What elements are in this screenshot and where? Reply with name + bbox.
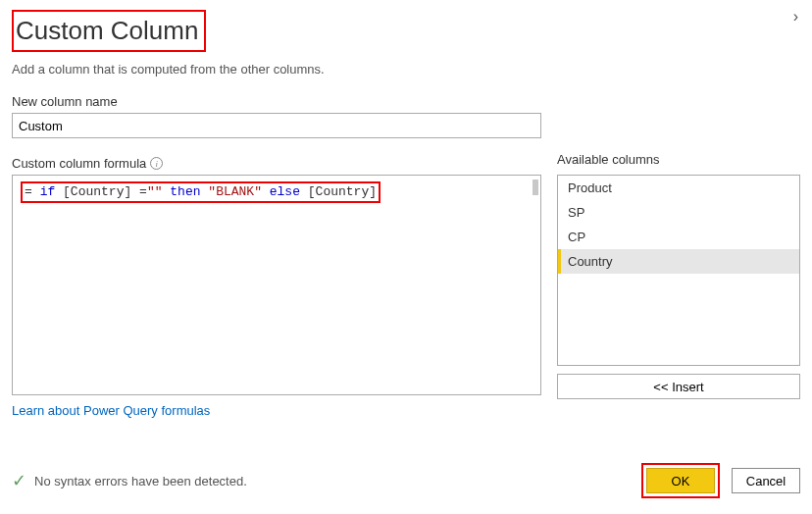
column-item-country[interactable]: Country <box>558 249 799 274</box>
new-column-name-input[interactable] <box>12 113 541 138</box>
status-row: ✓ No syntax errors have been detected. <box>12 472 247 489</box>
info-icon[interactable]: i <box>150 157 163 170</box>
status-message: No syntax errors have been detected. <box>34 474 247 488</box>
column-item-sp[interactable]: SP <box>558 200 799 225</box>
insert-button[interactable]: << Insert <box>557 374 800 399</box>
scrollbar-thumb[interactable] <box>533 180 538 195</box>
dialog-title: Custom Column <box>12 10 206 52</box>
formula-label: Custom column formula <box>12 156 146 171</box>
column-item-cp[interactable]: CP <box>558 225 799 249</box>
formula-editor[interactable]: = if [Country] ="" then "BLANK" else [Co… <box>12 175 541 395</box>
check-icon: ✓ <box>12 472 26 489</box>
ok-button[interactable]: OK <box>646 468 715 493</box>
new-column-name-label: New column name <box>12 94 800 109</box>
available-columns-label: Available columns <box>557 152 800 167</box>
learn-link[interactable]: Learn about Power Query formulas <box>12 403 210 418</box>
dialog-subtitle: Add a column that is computed from the o… <box>12 62 800 77</box>
ok-highlight: OK <box>641 463 720 498</box>
formula-text: = if [Country] ="" then "BLANK" else [Co… <box>21 181 381 203</box>
column-item-product[interactable]: Product <box>558 176 799 200</box>
cancel-button[interactable]: Cancel <box>732 468 800 493</box>
chevron-right-icon[interactable]: › <box>793 8 798 26</box>
available-columns-list[interactable]: Product SP CP Country <box>557 175 800 366</box>
